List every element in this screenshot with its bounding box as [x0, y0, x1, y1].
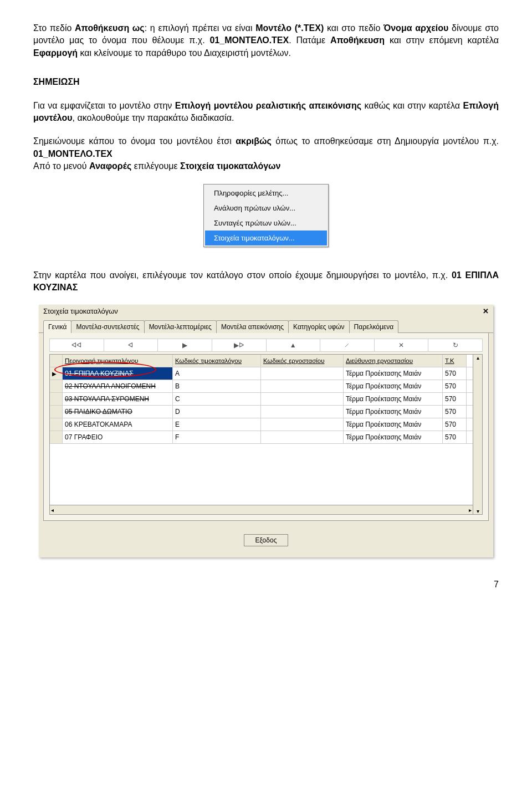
note-para-2: Σημειώνουμε κάπου το όνομα του μοντέλου … — [33, 135, 499, 160]
tab-panel: ᐊᐊ ᐊ ▶ ▶ᐅ ▲ ⟋ ✕ ↻ Περιγραφή τιμοκαταλόγο… — [43, 333, 489, 521]
row-marker — [50, 418, 63, 431]
col-code[interactable]: Κωδικός τιμοκαταλόγου — [173, 355, 261, 367]
tab-model-visuals[interactable]: Μοντέλα απεικόνισης — [216, 320, 289, 333]
tab-strip: Γενικά Μοντέλα-συντελεστές Μοντέλα-λεπτο… — [39, 317, 493, 333]
cell: D — [173, 406, 261, 418]
cell: E — [173, 418, 261, 431]
vertical-scrollbar[interactable]: ▴ ▾ — [473, 355, 482, 514]
note-section: ΣΗΜΕΙΩΣΗ Για να εμφανίζεται το μοντέλο σ… — [33, 76, 499, 172]
tab-texture-categories[interactable]: Κατηγορίες υφών — [288, 320, 350, 333]
cell: 570 — [443, 418, 467, 431]
catalog-window: Στοιχεία τιμοκαταλόγων ✕ Γενικά Μοντέλα-… — [39, 305, 493, 557]
exit-button[interactable]: Εξοδος — [244, 534, 289, 546]
table-row[interactable]: 05 ΠΑΙΔΙΚΟ ΔΩΜΑΤΙΟDΤέρμα Προέκτασης Μαιά… — [50, 406, 473, 418]
nav-insert-icon[interactable]: ▲ — [267, 339, 321, 351]
menu-item-catalog-info[interactable]: Στοιχεία τιμοκαταλόγων... — [205, 231, 327, 245]
cell — [261, 367, 344, 380]
cell — [261, 431, 344, 443]
cell: 06 ΚΡΕΒΑΤΟΚΑΜΑΡΑ — [63, 418, 173, 431]
menu-item-raw-analysis[interactable]: Ανάλυση πρώτων υλών... — [205, 201, 327, 216]
tab-model-factors[interactable]: Μοντέλα-συντελεστές — [71, 320, 144, 333]
cell: 02 ΝΤΟΥΛΑΠΑ ΑΝΟΙΓΟΜΕΝΗ — [63, 380, 173, 392]
cell: A — [173, 367, 261, 380]
window-titlebar: Στοιχεία τιμοκαταλόγων ✕ — [39, 305, 493, 317]
cell: 01 ΕΠΙΠΛΑ ΚΟΥΖΙΝΑΣ — [63, 367, 173, 380]
row-marker — [50, 380, 63, 392]
nav-last-icon[interactable]: ▶ᐅ — [212, 339, 267, 351]
cell: F — [173, 431, 261, 443]
table-row[interactable]: 02 ΝΤΟΥΛΑΠΑ ΑΝΟΙΓΟΜΕΝΗBΤέρμα Προέκτασης … — [50, 380, 473, 393]
note-heading: ΣΗΜΕΙΩΣΗ — [33, 76, 499, 88]
cell: 570 — [443, 406, 467, 418]
nav-refresh-icon[interactable]: ↻ — [428, 339, 482, 351]
grid-row-area: ▶01 ΕΠΙΠΛΑ ΚΟΥΖΙΝΑΣAΤέρμα Προέκτασης Μαι… — [50, 367, 473, 444]
cell — [261, 393, 344, 405]
cell: Τέρμα Προέκτασης Μαιάν — [344, 393, 443, 405]
horizontal-scrollbar[interactable]: ◂ ▸ — [50, 505, 473, 514]
note-para-3: Από το μενού Αναφορές επιλέγουμε Στοιχεί… — [33, 160, 499, 172]
scroll-right-icon[interactable]: ▸ — [469, 507, 472, 513]
cell: 05 ΠΑΙΔΙΚΟ ΔΩΜΑΤΙΟ — [63, 406, 173, 418]
nav-first-icon[interactable]: ᐊᐊ — [50, 339, 104, 351]
cell: 07 ΓΡΑΦΕΙΟ — [63, 431, 173, 443]
grid-header-row: Περιγραφή τιμοκαταλόγου Κωδικός τιμοκατα… — [50, 355, 473, 367]
note-para-1: Για να εμφανίζεται το μοντέλο στην Επιλο… — [33, 100, 499, 125]
scroll-left-icon[interactable]: ◂ — [51, 507, 54, 513]
cell: Τέρμα Προέκτασης Μαιάν — [344, 380, 443, 392]
cell: 570 — [443, 367, 467, 380]
cell: 570 — [443, 380, 467, 392]
row-marker — [50, 406, 63, 418]
cell: Τέρμα Προέκτασης Μαιάν — [344, 406, 443, 418]
cell: Τέρμα Προέκτασης Μαιάν — [344, 431, 443, 443]
table-row[interactable]: 07 ΓΡΑΦΕΙΟFΤέρμα Προέκτασης Μαιάν570 — [50, 431, 473, 444]
nav-prev-icon[interactable]: ᐊ — [104, 339, 158, 351]
record-nav-toolbar: ᐊᐊ ᐊ ▶ ▶ᐅ ▲ ⟋ ✕ ↻ — [49, 339, 483, 352]
cell — [261, 418, 344, 431]
scroll-down-icon[interactable]: ▾ — [477, 508, 479, 514]
row-marker — [50, 393, 63, 405]
cell: 570 — [443, 431, 467, 443]
nav-next-icon[interactable]: ▶ — [158, 339, 212, 351]
cell: Τέρμα Προέκτασης Μαιάν — [344, 418, 443, 431]
context-menu: Πληροφορίες μελέτης... Ανάλυση πρώτων υλ… — [203, 184, 329, 247]
page-number: 7 — [33, 580, 499, 590]
cell: 03 ΝΤΟΥΛΑΠΑ ΣΥΡΟΜΕΝΗ — [63, 393, 173, 405]
row-marker: ▶ — [50, 367, 63, 380]
cell: B — [173, 380, 261, 392]
table-row[interactable]: 06 ΚΡΕΒΑΤΟΚΑΜΑΡΑEΤέρμα Προέκτασης Μαιάν5… — [50, 418, 473, 431]
tab-general[interactable]: Γενικά — [43, 320, 71, 333]
menu-item-raw-recipes[interactable]: Συνταγές πρώτων υλών... — [205, 216, 327, 231]
select-catalog-paragraph: Στην καρτέλα που ανοίγει, επιλέγουμε τον… — [33, 269, 499, 294]
close-icon[interactable]: ✕ — [483, 307, 489, 315]
cell: C — [173, 393, 261, 405]
scroll-up-icon[interactable]: ▴ — [477, 355, 479, 361]
col-factory-address[interactable]: Διεύθυνση εργοστασίου — [344, 355, 443, 367]
cell: 570 — [443, 393, 467, 405]
col-postcode[interactable]: Τ.Κ — [443, 355, 467, 367]
row-marker — [50, 431, 63, 443]
cell — [261, 406, 344, 418]
tab-accessories[interactable]: Παρελκόμενα — [349, 320, 399, 333]
table-row[interactable]: 03 ΝΤΟΥΛΑΠΑ ΣΥΡΟΜΕΝΗCΤέρμα Προέκτασης Μα… — [50, 393, 473, 406]
col-description[interactable]: Περιγραφή τιμοκαταλόγου — [63, 355, 173, 367]
nav-edit-icon[interactable]: ⟋ — [320, 339, 375, 351]
intro-paragraph: Στο πεδίο Αποθήκευση ως: η επιλογή πρέπε… — [33, 22, 499, 59]
window-footer: Εξοδος — [39, 525, 493, 557]
cell: Τέρμα Προέκτασης Μαιάν — [344, 367, 443, 380]
col-factory-code[interactable]: Κωδικός εργοστασίου — [261, 355, 344, 367]
data-grid: Περιγραφή τιμοκαταλόγου Κωδικός τιμοκατα… — [49, 354, 483, 515]
cell — [261, 380, 344, 392]
nav-delete-icon[interactable]: ✕ — [375, 339, 429, 351]
window-title: Στοιχεία τιμοκαταλόγων — [43, 307, 118, 315]
table-row[interactable]: ▶01 ΕΠΙΠΛΑ ΚΟΥΖΙΝΑΣAΤέρμα Προέκτασης Μαι… — [50, 367, 473, 380]
menu-item-study-info[interactable]: Πληροφορίες μελέτης... — [205, 186, 327, 201]
tab-model-details[interactable]: Μοντέλα-λεπτομέριες — [144, 320, 217, 333]
